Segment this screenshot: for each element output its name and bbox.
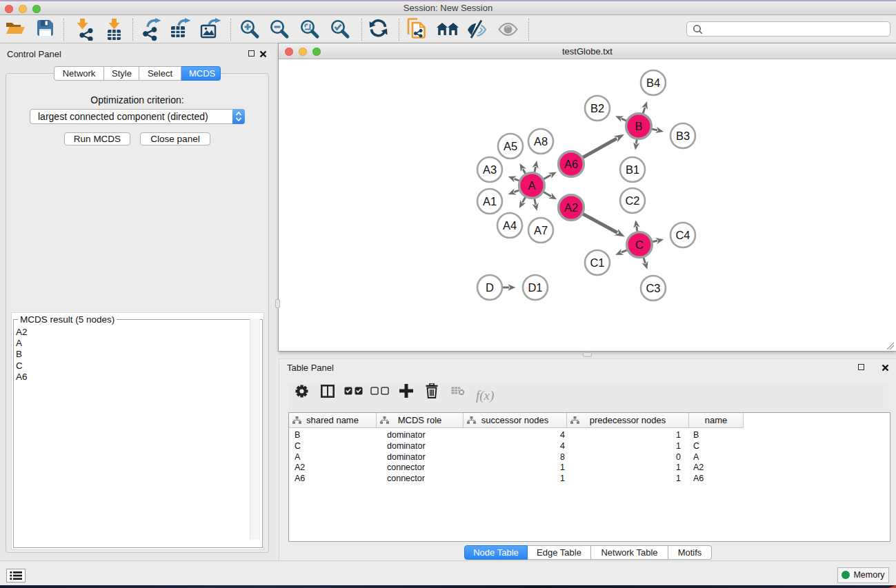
svg-text:A1: A1 [483,195,497,207]
svg-text:C4: C4 [675,229,690,241]
svg-text:B2: B2 [590,102,604,114]
svg-text:A6: A6 [564,158,578,170]
svg-text:A: A [528,179,535,192]
svg-text:C: C [635,239,644,251]
svg-text:A7: A7 [534,224,548,236]
svg-text:C3: C3 [646,282,660,294]
svg-text:B: B [635,120,642,132]
svg-text:D1: D1 [528,281,542,294]
svg-text:A2: A2 [564,201,578,214]
svg-text:A5: A5 [504,140,517,152]
svg-text:B4: B4 [646,77,660,89]
svg-text:D: D [486,281,494,294]
svg-text:A8: A8 [534,135,548,148]
svg-text:B1: B1 [626,163,639,176]
svg-text:C2: C2 [625,194,639,207]
svg-text:A4: A4 [503,219,517,232]
svg-text:B3: B3 [676,130,690,142]
svg-text:C1: C1 [590,256,604,269]
svg-text:A3: A3 [483,163,497,176]
